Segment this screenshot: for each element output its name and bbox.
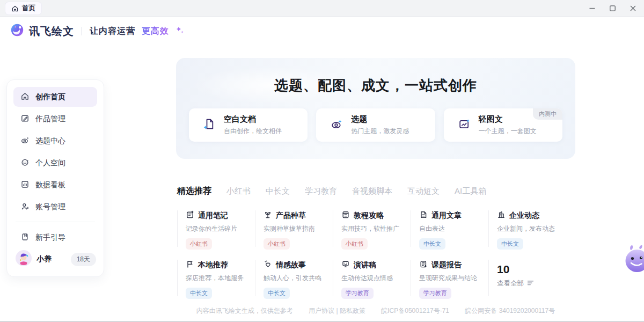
- profile-days-badge: 18天: [71, 253, 96, 266]
- template-title: 情感故事: [276, 260, 306, 270]
- brand-divider: [82, 27, 82, 35]
- template-title: 本地推荐: [198, 260, 228, 270]
- app-window: 首页 讯飞绘文 让内容运营 更高效: [0, 0, 644, 322]
- sidebar-item-label: 新手引导: [35, 233, 65, 243]
- beta-badge: 内测中: [533, 108, 562, 120]
- note-icon: [186, 210, 194, 221]
- personal-space-icon: [20, 158, 30, 169]
- profile-name: 小养: [36, 254, 52, 264]
- sidebar-item-topic-center[interactable]: 选题中心: [13, 131, 97, 151]
- user-profile[interactable]: 小养 18天: [13, 250, 97, 268]
- template-tag: 中长文: [186, 288, 212, 299]
- template-title: 通用笔记: [198, 211, 228, 221]
- template-subtitle: 生动传达观点情感: [341, 274, 411, 283]
- brand-name: 讯飞绘文: [29, 24, 74, 39]
- card-blank-document[interactable]: 空白文档 自由创作，绘文相伴: [189, 108, 308, 142]
- speech-icon: [341, 260, 350, 270]
- template-tag: 小红书: [264, 238, 290, 250]
- card-topic[interactable]: 选题 热门主题，激发灵感: [316, 108, 435, 142]
- tab-home[interactable]: 首页: [5, 2, 41, 14]
- tab-ai-toolbox[interactable]: AI工具箱: [455, 186, 486, 196]
- close-button[interactable]: [629, 5, 636, 12]
- template-local-recommend[interactable]: 本地推荐 探店推荐，本地服务 中长文: [177, 260, 255, 296]
- tab-home-label: 首页: [22, 4, 35, 13]
- sidebar-item-dashboard[interactable]: 数据看板: [13, 175, 97, 195]
- template-tag: 小红书: [186, 238, 212, 250]
- light-article-icon: [458, 118, 471, 133]
- sidebar-item-label: 作品管理: [35, 114, 65, 124]
- avatar: [16, 250, 32, 268]
- template-general-article[interactable]: 通用文章 自由表达 中长文: [411, 210, 488, 247]
- sidebar-item-create-home[interactable]: 创作首页: [13, 87, 97, 107]
- template-speech-draft[interactable]: 演讲稿 生动传达观点情感 学习教育: [333, 260, 411, 296]
- tab-xiaohongshu[interactable]: 小红书: [226, 186, 251, 196]
- sidebar: 创作首页 作品管理 选题中心 个人空间 数据看板 账号管理 新手引导: [6, 79, 104, 277]
- account-icon: [20, 202, 30, 213]
- template-tag: 中长文: [419, 238, 445, 250]
- flag-icon: [186, 260, 194, 270]
- card-subtitle: 一个主题，一套图文: [479, 127, 537, 136]
- tab-featured[interactable]: 精选推荐: [177, 186, 211, 197]
- template-tag: 学习教育: [341, 288, 374, 299]
- template-title: 通用文章: [431, 211, 462, 221]
- sidebar-item-label: 个人空间: [35, 158, 65, 168]
- template-subtitle: 实测种草拔草指南: [264, 224, 333, 233]
- dashboard-icon: [20, 180, 30, 191]
- tab-education[interactable]: 学习教育: [305, 186, 337, 196]
- sidebar-item-label: 创作首页: [35, 92, 65, 102]
- template-title: 产品种草: [276, 211, 306, 221]
- card-title: 轻图文: [479, 114, 537, 125]
- brand-logo-icon: [10, 23, 25, 40]
- heart-icon: [264, 260, 272, 270]
- sidebar-item-account[interactable]: 账号管理: [13, 197, 97, 217]
- template-general-note[interactable]: 通用笔记 记录你的生活碎片 小红书: [177, 210, 255, 247]
- brand-header: 讯飞绘文 让内容运营 更高效: [10, 23, 185, 40]
- sidebar-item-label: 账号管理: [35, 202, 65, 212]
- window-controls: [588, 0, 636, 17]
- view-all-button[interactable]: 10 查看全部: [488, 260, 566, 296]
- template-subtitle: 探店推荐，本地服务: [186, 274, 255, 283]
- template-product-seeding[interactable]: 产品种草 实测种草拔草指南 小红书: [255, 210, 333, 247]
- bookmark-icon: [20, 232, 30, 243]
- template-research-report[interactable]: 课题报告 呈现研究成果与结论 学习教育: [411, 260, 488, 296]
- sidebar-item-guide[interactable]: 新手引导: [13, 228, 97, 247]
- minimize-button[interactable]: [588, 5, 596, 12]
- template-emotional-story[interactable]: 情感故事 触动人心，引发共鸣 中长文: [255, 260, 333, 296]
- brand-tagline: 让内容运营: [90, 26, 135, 37]
- template-subtitle: 企业新闻，发布动态: [497, 224, 566, 233]
- template-tag: 中长文: [497, 238, 523, 250]
- hero-panel: 选题、配图、成文，一站式创作 空白文档 自由创作，绘文相伴 选题 热门主题，激发…: [176, 58, 575, 159]
- template-subtitle: 呈现研究成果与结论: [419, 274, 488, 283]
- card-title: 选题: [351, 114, 409, 125]
- footer: 内容由讯飞绘文生成，仅供您参考 用户协议 | 隐私政策 皖ICP备0500121…: [176, 306, 575, 316]
- sidebar-item-works[interactable]: 作品管理: [13, 109, 97, 129]
- tab-short-post[interactable]: 互动短文: [407, 186, 440, 196]
- topic-icon: [20, 136, 30, 147]
- sidebar-item-label: 选题中心: [35, 136, 65, 146]
- sparkle-icon: [175, 25, 185, 37]
- template-subtitle: 触动人心，引发共鸣: [264, 274, 333, 283]
- footer-security: 皖公网安备 34019202000117号: [465, 307, 555, 314]
- category-tabs: 精选推荐 小红书 中长文 学习教育 音视频脚本 互动短文 AI工具箱: [177, 186, 486, 197]
- footer-icp: 皖ICP备05001217号-71: [381, 307, 449, 314]
- footer-legal-links[interactable]: 用户协议 | 隐私政策: [309, 307, 365, 314]
- book-icon: [341, 210, 350, 221]
- tab-longform[interactable]: 中长文: [266, 186, 290, 196]
- tab-video-script[interactable]: 音视频脚本: [352, 186, 392, 196]
- card-light-article[interactable]: 内测中 轻图文 一个主题，一套图文: [444, 108, 562, 142]
- sidebar-item-personal-space[interactable]: 个人空间: [13, 153, 97, 173]
- doc-icon: [419, 210, 428, 221]
- titlebar: 首页: [0, 0, 644, 17]
- template-title: 演讲稿: [354, 260, 376, 270]
- report-icon: [419, 260, 428, 270]
- template-tutorial-guide[interactable]: 教程攻略 实用技巧，软性推广 小红书: [333, 210, 411, 247]
- template-company-news[interactable]: 企业动态 企业新闻，发布动态 中长文: [488, 210, 566, 247]
- sidebar-item-label: 数据看板: [35, 180, 65, 190]
- blank-doc-icon: [203, 118, 216, 133]
- maximize-button[interactable]: [609, 5, 616, 12]
- list-icon: [527, 280, 534, 288]
- template-grid: 通用笔记 记录你的生活碎片 小红书 产品种草 实测种草拔草指南 小红书 教程攻略…: [177, 210, 566, 296]
- template-tag: 学习教育: [419, 288, 451, 299]
- assistant-mascot[interactable]: [623, 244, 644, 277]
- footer-disclaimer: 内容由讯飞绘文生成，仅供您参考: [196, 307, 293, 314]
